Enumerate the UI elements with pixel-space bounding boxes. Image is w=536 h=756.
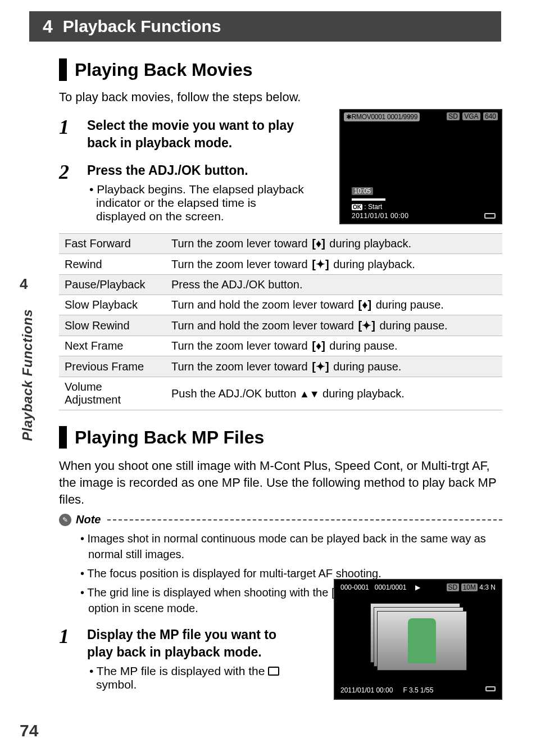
operation-description: Turn the zoom lever toward [♦] during pl… bbox=[166, 234, 502, 254]
operation-name: Previous Frame bbox=[59, 356, 166, 377]
section-intro: To play back movies, follow the steps be… bbox=[59, 90, 502, 105]
progress-bar bbox=[352, 198, 385, 201]
media-indicators: SD VGA 640 bbox=[446, 112, 498, 120]
movie-playback-screenshot: ✱RMOV0001 0001/9999 SD VGA 640 10:05 OK … bbox=[339, 109, 502, 224]
step-number: 1 bbox=[59, 117, 76, 152]
table-row: Slow RewindTurn and hold the zoom lever … bbox=[59, 315, 502, 336]
operation-description: Turn and hold the zoom lever toward [♦] … bbox=[166, 295, 502, 315]
operation-description: Push the ADJ./OK button ▲▼ during playba… bbox=[166, 377, 502, 410]
side-chapter-label: Playback Functions bbox=[20, 309, 35, 441]
section-title: Playing Back MP Files bbox=[75, 427, 264, 448]
section-title: Playing Back Movies bbox=[75, 60, 253, 80]
list-item: Images shot in normal continuous mode ca… bbox=[78, 531, 502, 562]
operation-name: Slow Playback bbox=[59, 295, 166, 315]
vga-icon: VGA bbox=[462, 112, 480, 120]
operation-description: Turn the zoom lever toward [✦] during pl… bbox=[166, 254, 502, 275]
image-stack bbox=[370, 603, 466, 671]
start-hint: OK : Start bbox=[352, 203, 382, 211]
operation-description: Turn and hold the zoom lever toward [✦] … bbox=[166, 315, 502, 336]
table-row: Volume AdjustmentPush the ADJ./OK button… bbox=[59, 377, 502, 410]
mp-file-screenshot: 000-0001 0001/0001 ▶ SD 10M 4:3 N 2011/0… bbox=[334, 579, 502, 700]
operation-name: Rewind bbox=[59, 254, 166, 275]
table-row: Fast ForwardTurn the zoom lever toward [… bbox=[59, 234, 502, 254]
chapter-title: Playback Functions bbox=[63, 17, 221, 36]
play-icon: ▶ bbox=[415, 583, 420, 591]
operations-table: Fast ForwardTurn the zoom lever toward [… bbox=[59, 233, 502, 410]
ok-button-icon: OK bbox=[352, 204, 362, 210]
chapter-header: 4 Playback Functions bbox=[29, 11, 501, 42]
operation-description: Turn the zoom lever toward [✦] during pa… bbox=[166, 356, 502, 377]
elapsed-time: 10:05 bbox=[352, 187, 373, 195]
step-bullet: Playback begins. The elapsed playback in… bbox=[87, 183, 306, 223]
table-row: Next FrameTurn the zoom lever toward [♦]… bbox=[59, 336, 502, 356]
step-title: Display the MP file you want to play bac… bbox=[87, 626, 301, 661]
operation-name: Volume Adjustment bbox=[59, 377, 166, 410]
step-number: 1 bbox=[59, 626, 76, 691]
step-title: Press the ADJ./OK button. bbox=[87, 162, 306, 179]
battery-icon bbox=[485, 686, 496, 691]
operation-name: Pause/Playback bbox=[59, 275, 166, 295]
mp-file-icon bbox=[268, 667, 279, 676]
table-row: Slow PlaybackTurn and hold the zoom leve… bbox=[59, 295, 502, 315]
heading-ornament bbox=[59, 58, 67, 81]
heading-ornament bbox=[59, 426, 67, 449]
timestamp: 2011/01/01 00:00 bbox=[340, 686, 393, 694]
step-1: 1 Display the MP file you want to play b… bbox=[59, 626, 301, 691]
table-row: RewindTurn the zoom lever toward [✦] dur… bbox=[59, 254, 502, 275]
note-label: Note bbox=[76, 513, 101, 526]
operation-name: Next Frame bbox=[59, 336, 166, 356]
operation-description: Turn the zoom lever toward [♦] during pa… bbox=[166, 336, 502, 356]
page-number: 74 bbox=[20, 721, 38, 740]
table-row: Previous FrameTurn the zoom lever toward… bbox=[59, 356, 502, 377]
step-number: 2 bbox=[59, 162, 76, 223]
file-number: 000-0001 bbox=[340, 583, 369, 591]
timestamp: 2011/01/01 00:00 bbox=[352, 212, 408, 220]
battery-icon bbox=[484, 213, 496, 219]
step-2: 2 Press the ADJ./OK button. Playback beg… bbox=[59, 162, 306, 223]
chapter-number: 4 bbox=[43, 16, 53, 37]
operation-name: Slow Rewind bbox=[59, 315, 166, 336]
section-intro: When you shoot one still image with M-Co… bbox=[59, 458, 502, 508]
step-bullet: The MP file is displayed with the symbol… bbox=[87, 664, 301, 691]
resolution-label: 640 bbox=[483, 112, 498, 120]
size-label: 10M bbox=[461, 583, 478, 591]
section-heading: Playing Back Movies bbox=[59, 58, 502, 81]
note-rule bbox=[107, 519, 502, 520]
sd-icon: SD bbox=[447, 583, 460, 591]
table-row: Pause/PlaybackPress the ADJ./OK button. bbox=[59, 275, 502, 295]
exposure-info: F 3.5 1/55 bbox=[403, 686, 433, 694]
side-chapter-number: 4 bbox=[20, 275, 28, 293]
step-title: Select the movie you want to play back i… bbox=[87, 117, 306, 152]
operation-name: Fast Forward bbox=[59, 234, 166, 254]
file-index: 0001/0001 bbox=[375, 583, 407, 591]
note-header: ✎ Note bbox=[59, 513, 502, 526]
sd-icon: SD bbox=[447, 112, 460, 120]
pencil-icon: ✎ bbox=[59, 514, 71, 526]
file-label: ✱RMOV0001 0001/9999 bbox=[344, 112, 420, 121]
aspect-label: 4:3 N bbox=[479, 583, 496, 591]
operation-description: Press the ADJ./OK button. bbox=[166, 275, 502, 295]
step-1: 1 Select the movie you want to play back… bbox=[59, 117, 306, 152]
section-heading: Playing Back MP Files bbox=[59, 426, 502, 449]
